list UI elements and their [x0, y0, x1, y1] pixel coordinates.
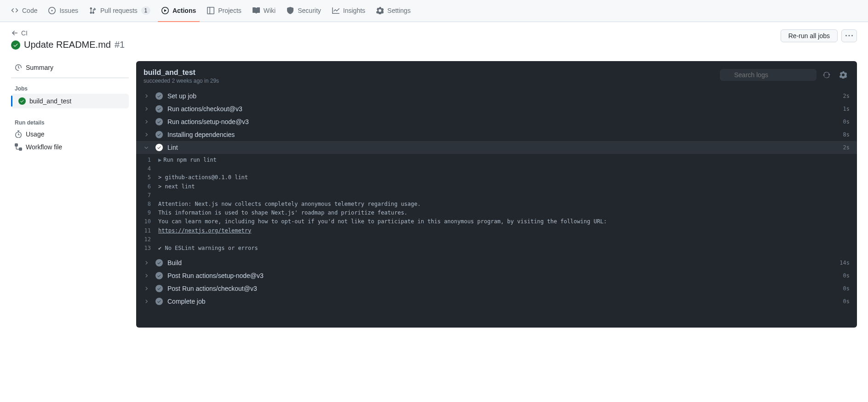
tab-insights[interactable]: Insights [328, 0, 369, 22]
step-duration: 2s [843, 144, 850, 151]
tab-settings-label: Settings [387, 7, 411, 14]
log-line-number: 13 [144, 244, 158, 253]
log-settings-button[interactable] [837, 68, 850, 81]
step-row[interactable]: Post Run actions/setup-node@v30s [136, 269, 857, 282]
step-row[interactable]: Complete job0s [136, 295, 857, 308]
sidebar-summary-label: Summary [26, 64, 53, 71]
step-duration: 0s [843, 285, 850, 292]
chevron-down-icon [144, 145, 151, 150]
steps-list: Set up job2sRun actions/checkout@v31sRun… [136, 88, 857, 315]
stopwatch-icon [15, 130, 22, 138]
tab-code-label: Code [22, 7, 37, 14]
step-row[interactable]: Lint2s [136, 141, 857, 154]
sidebar-usage-label: Usage [26, 130, 44, 138]
tab-pull-requests[interactable]: Pull requests 1 [86, 0, 154, 22]
sidebar-workflow-file-label: Workflow file [26, 143, 62, 151]
log-line: 8Attention: Next.js now collects complet… [136, 200, 857, 209]
breadcrumb[interactable]: CI [11, 29, 125, 37]
check-circle-icon [155, 118, 163, 125]
table-icon [207, 7, 214, 14]
more-options-button[interactable] [841, 29, 857, 42]
step-duration: 14s [839, 260, 850, 266]
log-line-number: 9 [144, 209, 158, 217]
breadcrumb-parent: CI [21, 29, 28, 37]
tab-issues[interactable]: Issues [45, 0, 81, 22]
log-line: 12 [136, 235, 857, 244]
tab-projects-label: Projects [218, 7, 241, 14]
step-row[interactable]: Run actions/checkout@v31s [136, 102, 857, 115]
chevron-right-icon [144, 286, 151, 291]
run-title: Update README.md [24, 40, 111, 50]
graph-icon [332, 7, 339, 14]
log-line: 10You can learn more, including how to o… [136, 217, 857, 226]
log-line: 11https://nextjs.org/telemetry [136, 226, 857, 235]
arrow-left-icon [11, 29, 18, 37]
check-circle-icon [155, 131, 163, 138]
step-name: Run actions/setup-node@v3 [167, 118, 839, 125]
log-line-number: 11 [144, 226, 158, 235]
sidebar-item-summary[interactable]: Summary [11, 61, 129, 74]
run-header: CI Update README.md #1 Re-run all jobs [0, 22, 868, 61]
rerun-all-jobs-button[interactable]: Re-run all jobs [781, 29, 838, 42]
log-line: 13✔ No ESLint warnings or errors [136, 244, 857, 253]
step-row[interactable]: Build14s [136, 256, 857, 269]
chevron-right-icon [144, 132, 151, 137]
search-logs-input[interactable] [720, 69, 816, 81]
check-circle-icon [155, 144, 163, 151]
sidebar-item-usage[interactable]: Usage [11, 128, 129, 141]
tab-actions[interactable]: Actions [158, 0, 200, 22]
tab-security[interactable]: Security [283, 0, 325, 22]
repo-tabs: Code Issues Pull requests 1 Actions Proj… [0, 0, 868, 22]
git-pull-request-icon [89, 7, 97, 14]
check-circle-icon [155, 259, 163, 266]
check-circle-icon [155, 272, 163, 279]
log-line-text: You can learn more, including how to opt… [158, 217, 607, 226]
step-row[interactable]: Installing dependencies8s [136, 128, 857, 141]
log-line-number: 4 [144, 164, 158, 173]
log-link[interactable]: https://nextjs.org/telemetry [158, 227, 251, 234]
log-line: 9This information is used to shape Next.… [136, 209, 857, 217]
step-duration: 2s [843, 93, 850, 99]
sidebar-item-workflow-file[interactable]: Workflow file [11, 141, 129, 153]
tab-projects[interactable]: Projects [203, 0, 245, 22]
play-icon [161, 7, 169, 14]
check-circle-icon [11, 40, 20, 50]
log-line-number: 12 [144, 235, 158, 244]
step-name: Run actions/checkout@v3 [167, 105, 839, 113]
log-line-number: 8 [144, 200, 158, 209]
tab-wiki-label: Wiki [264, 7, 276, 14]
check-circle-icon [155, 285, 163, 292]
log-line-text: > github-actions@0.1.0 lint [158, 173, 248, 182]
sidebar-job-label: build_and_test [29, 97, 71, 105]
kebab-horizontal-icon [845, 32, 853, 40]
chevron-right-icon [144, 260, 151, 266]
log-line: 6> next lint [136, 182, 857, 191]
chevron-right-icon [144, 273, 151, 278]
log-line-text: https://nextjs.org/telemetry [158, 226, 251, 235]
refresh-button[interactable] [820, 68, 833, 81]
log-line-number: 6 [144, 182, 158, 191]
tab-code[interactable]: Code [7, 0, 41, 22]
step-duration: 0s [843, 272, 850, 279]
step-row[interactable]: Post Run actions/checkout@v30s [136, 282, 857, 295]
step-name: Complete job [167, 298, 839, 305]
job-name: build_and_test [144, 68, 219, 77]
step-row[interactable]: Run actions/setup-node@v30s [136, 115, 857, 128]
issue-icon [48, 7, 56, 14]
sidebar-run-details-heading: Run details [11, 116, 129, 128]
step-duration: 1s [843, 106, 850, 112]
sidebar-jobs-heading: Jobs [11, 82, 129, 94]
step-duration: 8s [843, 131, 850, 138]
chevron-right-icon [144, 93, 151, 99]
gear-icon [376, 7, 384, 14]
step-row[interactable]: Set up job2s [136, 90, 857, 102]
sidebar-job-build-and-test[interactable]: build_and_test [11, 94, 129, 108]
step-name: Post Run actions/checkout@v3 [167, 285, 839, 292]
code-icon [11, 7, 18, 14]
tab-settings[interactable]: Settings [373, 0, 414, 22]
log-line-number: 7 [144, 191, 158, 200]
tab-pulls-label: Pull requests [100, 7, 138, 14]
log-line: 5> github-actions@0.1.0 lint [136, 173, 857, 182]
log-line-text: This information is used to shape Next.j… [158, 209, 408, 217]
tab-wiki[interactable]: Wiki [249, 0, 279, 22]
